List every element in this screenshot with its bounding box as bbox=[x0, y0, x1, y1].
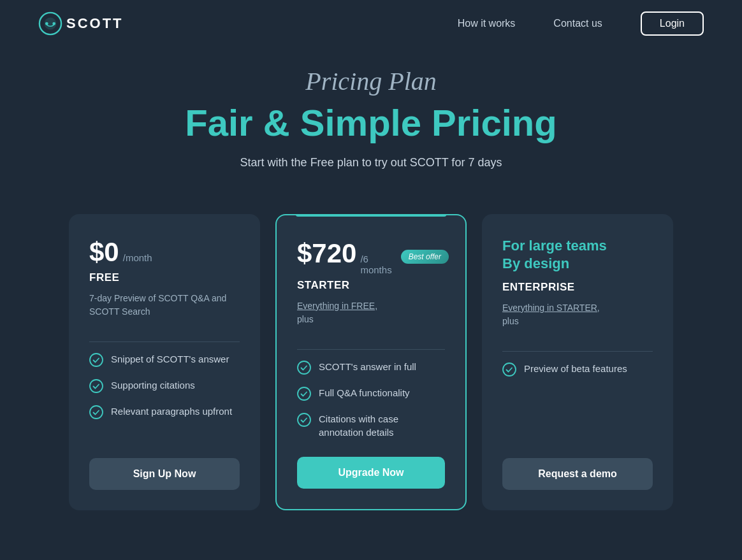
starter-feature-2: Full Q&A functionality bbox=[319, 386, 410, 399]
free-plan-name: FREE bbox=[89, 271, 240, 284]
list-item: Supporting citations bbox=[89, 378, 240, 393]
free-feature-list: Snippet of SCOTT's answer Supporting cit… bbox=[89, 352, 240, 440]
check-icon bbox=[89, 353, 103, 367]
starter-price: $720 bbox=[297, 238, 356, 269]
free-feature-3: Relevant paragraphs upfront bbox=[111, 405, 232, 418]
login-button[interactable]: Login bbox=[641, 11, 704, 36]
svg-point-10 bbox=[503, 363, 516, 376]
starter-plan-card: $720 /6 months Best offer STARTER Everyt… bbox=[275, 214, 467, 510]
hero-subtitle: Start with the Free plan to try out SCOT… bbox=[38, 156, 704, 169]
enterprise-includes-text: Everything in STARTER, bbox=[502, 303, 600, 313]
svg-point-6 bbox=[90, 406, 103, 419]
pricing-plan-script: Pricing Plan bbox=[38, 66, 704, 96]
starter-plus-text: plus bbox=[297, 314, 314, 324]
list-item: Full Q&A functionality bbox=[297, 386, 445, 401]
free-divider bbox=[89, 341, 240, 342]
contact-us-link[interactable]: Contact us bbox=[553, 18, 602, 29]
enterprise-feature-1: Preview of beta features bbox=[524, 362, 627, 375]
hero-section: Pricing Plan Fair & Simple Pricing Start… bbox=[0, 47, 742, 208]
enterprise-includes: Everything in STARTER, plus bbox=[502, 301, 653, 328]
free-feature-2: Supporting citations bbox=[111, 378, 195, 392]
hero-title: Fair & Simple Pricing bbox=[38, 103, 704, 143]
free-feature-1: Snippet of SCOTT's answer bbox=[111, 352, 229, 366]
starter-includes-text: Everything in FREE, bbox=[297, 301, 377, 311]
free-price-row: $0 /month bbox=[89, 237, 240, 268]
enterprise-feature-list: Preview of beta features bbox=[502, 362, 653, 440]
starter-price-row: $720 /6 months Best offer bbox=[297, 238, 445, 275]
upgrade-button[interactable]: Upgrade Now bbox=[297, 457, 445, 489]
starter-period: /6 months bbox=[360, 254, 391, 275]
starter-feature-1: SCOTT's answer in full bbox=[319, 360, 416, 373]
list-item: Relevant paragraphs upfront bbox=[89, 405, 240, 419]
starter-feature-3: Citations with case annotation details bbox=[319, 412, 445, 439]
enterprise-title-line1: For large teams bbox=[502, 238, 607, 254]
pricing-cards: $0 /month FREE 7-day Preview of SCOTT Q&… bbox=[0, 208, 742, 536]
check-icon bbox=[297, 413, 311, 427]
starter-divider bbox=[297, 349, 445, 350]
free-plan-card: $0 /month FREE 7-day Preview of SCOTT Q&… bbox=[69, 214, 260, 510]
logo-text: SCOTT bbox=[66, 15, 124, 32]
nav-links: How it works Contact us Login bbox=[458, 11, 704, 36]
check-icon bbox=[297, 361, 311, 375]
enterprise-plan-card: For large teams By design ENTERPRISE Eve… bbox=[482, 214, 673, 510]
svg-point-5 bbox=[90, 380, 103, 392]
check-icon bbox=[89, 379, 103, 393]
starter-feature-list: SCOTT's answer in full Full Q&A function… bbox=[297, 360, 445, 439]
starter-plan-name: STARTER bbox=[297, 279, 445, 292]
free-period: /month bbox=[123, 252, 152, 263]
starter-includes: Everything in FREE, plus bbox=[297, 299, 445, 326]
svg-point-7 bbox=[298, 361, 310, 374]
enterprise-plus-text: plus bbox=[502, 316, 519, 326]
request-demo-button[interactable]: Request a demo bbox=[502, 458, 653, 490]
check-icon bbox=[502, 363, 516, 377]
list-item: Citations with case annotation details bbox=[297, 412, 445, 439]
enterprise-plan-name: ENTERPRISE bbox=[502, 281, 653, 294]
logo[interactable]: SCOTT bbox=[38, 11, 124, 36]
sign-up-button[interactable]: Sign Up Now bbox=[89, 458, 240, 490]
check-icon bbox=[89, 405, 103, 419]
free-plan-description: 7-day Preview of SCOTT Q&A and SCOTT Sea… bbox=[89, 292, 240, 319]
how-it-works-link[interactable]: How it works bbox=[458, 18, 516, 29]
list-item: SCOTT's answer in full bbox=[297, 360, 445, 375]
best-offer-badge: Best offer bbox=[401, 250, 449, 264]
enterprise-title-line2: By design bbox=[502, 255, 569, 271]
list-item: Snippet of SCOTT's answer bbox=[89, 352, 240, 367]
svg-point-9 bbox=[298, 413, 310, 426]
enterprise-divider bbox=[502, 351, 653, 352]
check-icon bbox=[297, 387, 311, 401]
svg-point-8 bbox=[298, 387, 310, 400]
list-item: Preview of beta features bbox=[502, 362, 653, 377]
enterprise-title: For large teams By design bbox=[502, 237, 653, 273]
free-price: $0 bbox=[89, 237, 119, 268]
navbar: SCOTT How it works Contact us Login bbox=[0, 0, 742, 47]
svg-point-4 bbox=[90, 354, 103, 366]
logo-icon bbox=[38, 11, 62, 36]
